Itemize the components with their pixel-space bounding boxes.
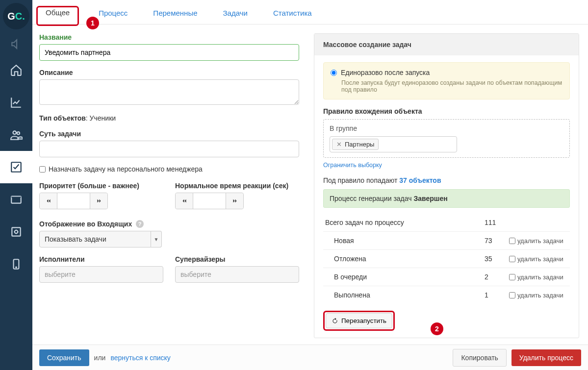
reaction-value[interactable] bbox=[193, 193, 226, 209]
tab-statistics[interactable]: Статистика bbox=[270, 8, 315, 24]
help-icon[interactable]: ? bbox=[136, 220, 144, 228]
task-subject-label: Суть задачи bbox=[39, 130, 299, 138]
priority-decr-icon[interactable] bbox=[40, 193, 57, 209]
row-postponed-name: Отложена bbox=[325, 255, 485, 263]
total-value: 111 bbox=[485, 219, 509, 226]
object-type-value: Ученики bbox=[90, 114, 116, 122]
row-new-del-text: удалить задачи bbox=[517, 237, 563, 245]
logo-c: C. bbox=[15, 11, 25, 22]
svg-point-7 bbox=[16, 267, 17, 268]
save-button[interactable]: Сохранить bbox=[39, 349, 89, 366]
rule-tag-text: Партнеры bbox=[345, 141, 374, 148]
row-queue-del-text: удалить задачи bbox=[517, 273, 563, 281]
mail-icon[interactable] bbox=[0, 183, 32, 216]
description-label: Описание bbox=[39, 69, 299, 76]
once-after-start-desc: После запуска будут единоразово созданы … bbox=[341, 79, 562, 93]
refresh-icon bbox=[332, 318, 338, 324]
logo[interactable]: GC. bbox=[3, 3, 29, 29]
reaction-incr-icon[interactable] bbox=[226, 193, 243, 209]
reaction-decr-icon[interactable] bbox=[176, 193, 193, 209]
priority-incr-icon[interactable] bbox=[90, 193, 107, 209]
supervisors-input[interactable]: выберите bbox=[175, 266, 299, 283]
gen-status-prefix: Процесс генерации задач bbox=[330, 195, 413, 202]
total-label: Всего задач по процессу bbox=[325, 219, 485, 226]
limit-selection-link[interactable]: Ограничить выборку bbox=[323, 162, 382, 169]
safe-icon[interactable] bbox=[0, 216, 32, 248]
restart-button[interactable]: Перезапустить bbox=[326, 313, 392, 328]
assign-manager-checkbox[interactable] bbox=[39, 166, 46, 173]
tab-general[interactable]: Общее bbox=[43, 7, 73, 24]
logo-g: G bbox=[7, 11, 15, 22]
object-type-colon: : bbox=[86, 114, 90, 122]
priority-value[interactable] bbox=[57, 193, 90, 209]
row-done-del-text: удалить задачи bbox=[517, 292, 563, 299]
reaction-label: Нормальное время реакции (сек) bbox=[175, 182, 299, 190]
row-done-num: 1 bbox=[485, 291, 509, 299]
remove-tag-icon[interactable]: ✕ bbox=[336, 141, 342, 148]
description-textarea[interactable] bbox=[39, 79, 299, 105]
priority-label: Приоритет (больше - важнее) bbox=[39, 182, 163, 190]
row-new-name: Новая bbox=[325, 237, 485, 245]
reaction-stepper[interactable] bbox=[175, 193, 244, 209]
rule-tag[interactable]: ✕ Партнеры bbox=[332, 139, 379, 150]
restart-button-text: Перезапустить bbox=[341, 317, 386, 324]
inbox-display-label-text: Отображение во Входящих bbox=[39, 220, 132, 228]
row-queue-num: 2 bbox=[485, 273, 509, 281]
sound-icon[interactable] bbox=[0, 34, 32, 54]
object-type-label: Тип объектов bbox=[39, 114, 86, 122]
executors-input[interactable]: выберите bbox=[39, 266, 163, 283]
rule-box: В группе ✕ Партнеры bbox=[323, 119, 570, 158]
annotation-badge-2: 2 bbox=[431, 322, 443, 335]
rule-tag-input[interactable]: ✕ Партнеры bbox=[330, 136, 457, 152]
tab-variables[interactable]: Переменные bbox=[150, 8, 200, 24]
chart-icon[interactable] bbox=[0, 86, 32, 119]
executors-label: Исполнители bbox=[39, 255, 163, 263]
rule-label: Правило вхождения объекта bbox=[323, 107, 570, 115]
svg-point-5 bbox=[15, 230, 18, 234]
home-icon[interactable] bbox=[0, 54, 32, 86]
gen-status: Завершен bbox=[413, 195, 447, 202]
delete-process-button[interactable]: Удалить процесс bbox=[511, 349, 581, 366]
under-rule-count[interactable]: 37 объектов bbox=[399, 176, 441, 184]
row-postponed-num: 35 bbox=[485, 255, 509, 263]
mobile-icon[interactable] bbox=[0, 248, 32, 280]
row-postponed-del-text: удалить задачи bbox=[517, 255, 563, 263]
row-queue-name: В очереди bbox=[325, 273, 485, 281]
inbox-select-value[interactable]: Показывать задачи bbox=[39, 231, 151, 247]
row-new-del-checkbox[interactable] bbox=[509, 238, 515, 244]
row-done-del-checkbox[interactable] bbox=[509, 292, 515, 298]
under-rule-prefix: Под правило попадают bbox=[323, 176, 399, 184]
inbox-display-label: Отображение во Входящих ? bbox=[39, 220, 299, 228]
once-after-start-radio[interactable] bbox=[331, 70, 337, 76]
svg-point-1 bbox=[17, 132, 20, 134]
name-input[interactable] bbox=[39, 44, 299, 61]
tasks-icon[interactable] bbox=[0, 151, 32, 183]
row-new-num: 73 bbox=[485, 237, 509, 245]
rule-subtitle: В группе bbox=[330, 124, 563, 132]
users-icon[interactable] bbox=[0, 119, 32, 151]
svg-point-0 bbox=[13, 131, 17, 134]
footer-or: или bbox=[94, 354, 106, 362]
back-to-list-link[interactable]: вернуться к списку bbox=[110, 354, 170, 362]
row-done-name: Выполнена bbox=[325, 291, 485, 299]
tab-tasks[interactable]: Задачи bbox=[220, 8, 251, 24]
tab-general-highlight: Общее bbox=[36, 6, 79, 26]
tab-process[interactable]: Процесс bbox=[96, 8, 130, 24]
chevron-down-icon[interactable]: ▼ bbox=[151, 231, 162, 247]
supervisors-label: Супервайзеры bbox=[175, 255, 299, 263]
name-label: Название bbox=[39, 33, 299, 41]
task-subject-input[interactable] bbox=[39, 141, 299, 157]
priority-stepper[interactable] bbox=[39, 193, 108, 209]
row-queue-del-checkbox[interactable] bbox=[509, 274, 515, 280]
once-after-start-label: Единоразово после запуска bbox=[341, 69, 430, 76]
tabs: Общее Процесс Переменные Задачи Статисти… bbox=[32, 0, 588, 25]
svg-rect-4 bbox=[12, 227, 20, 236]
copy-button[interactable]: Копировать bbox=[453, 349, 506, 367]
row-postponed-del-checkbox[interactable] bbox=[509, 256, 515, 262]
assign-manager-label: Назначать задачу на персонального менедж… bbox=[49, 165, 203, 173]
mass-create-title: Массовое создание задач bbox=[314, 34, 579, 55]
